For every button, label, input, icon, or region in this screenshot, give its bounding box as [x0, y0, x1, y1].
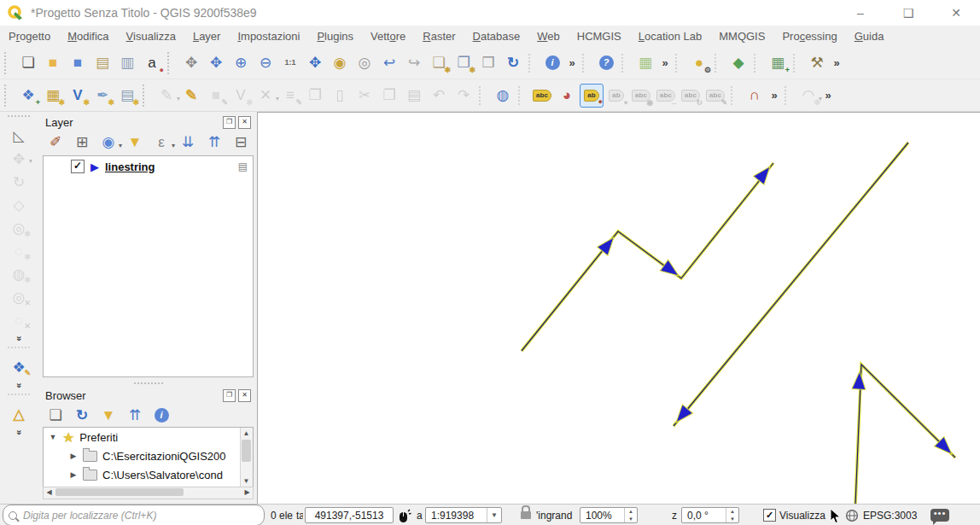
- zoom-last-icon[interactable]: ↩: [377, 51, 401, 75]
- save-layer-edits-icon[interactable]: ■✎: [204, 84, 228, 108]
- refresh-browser-icon[interactable]: ↻: [70, 404, 94, 428]
- crs-status[interactable]: EPSG:3003: [863, 505, 917, 525]
- refresh-map-icon[interactable]: ↻: [501, 51, 525, 75]
- fill-ring-icon[interactable]: ◍✱: [7, 263, 31, 285]
- search-input[interactable]: [21, 509, 259, 522]
- filter-expression-icon[interactable]: ε▾: [149, 131, 173, 155]
- browser-panel-float-button[interactable]: ❐: [223, 389, 236, 402]
- delete-ring-icon[interactable]: ◎✕: [7, 286, 31, 308]
- expand-all-icon[interactable]: ⇊: [176, 131, 200, 155]
- browser-horizontal-scrollbar[interactable]: ◀ ▶: [43, 487, 254, 499]
- highlight-pinned-labels-icon[interactable]: ab●: [604, 84, 628, 108]
- menu-modifica[interactable]: Modifica: [59, 26, 117, 47]
- layer-panel-close-button[interactable]: ✕: [238, 116, 251, 129]
- open-project-icon[interactable]: ■: [41, 51, 65, 75]
- new-spatial-bookmark-icon[interactable]: ❏✱: [427, 51, 451, 75]
- snapping-options-icon[interactable]: ∩: [743, 84, 767, 108]
- maximize-button[interactable]: ❑: [884, 0, 932, 26]
- zoom-native-icon[interactable]: 1:1: [278, 51, 302, 75]
- menu-vettore[interactable]: Vettore: [362, 26, 414, 47]
- copy-features-icon[interactable]: ❐: [377, 84, 401, 108]
- layout-manager-icon[interactable]: ▥: [115, 51, 139, 75]
- new-project-icon[interactable]: ❏: [16, 51, 40, 75]
- properties-icon[interactable]: i: [149, 404, 173, 428]
- data-source-manager-icon[interactable]: ❖+: [16, 84, 40, 108]
- browser-item[interactable]: ▶C:\Users\Salvatore\cond: [44, 465, 253, 484]
- redo-icon[interactable]: ↷: [452, 84, 475, 108]
- menu-location-lab[interactable]: Location Lab: [630, 26, 710, 47]
- paste-features-icon[interactable]: ▤: [402, 84, 426, 108]
- plugin-tools-icon[interactable]: ⚒: [805, 51, 829, 75]
- scale-combobox[interactable]: 1:919398 ▼: [425, 507, 502, 523]
- snapping-toolbar-overflow-button[interactable]: »: [767, 89, 781, 102]
- hcmgis-toolbar-overflow-button[interactable]: »: [658, 56, 672, 69]
- magnifier-spin-buttons[interactable]: ▲▼: [624, 508, 637, 522]
- menu-impostazioni[interactable]: Impostazioni: [229, 26, 308, 47]
- db-manager-icon[interactable]: ◍: [491, 84, 515, 108]
- show-spatial-bookmarks-icon[interactable]: ❐✱: [452, 51, 475, 75]
- add-table-icon[interactable]: ▦+: [766, 51, 790, 75]
- menu-layer[interactable]: Layer: [184, 26, 230, 47]
- delete-part-icon[interactable]: ◌✕: [7, 309, 31, 331]
- add-group-icon[interactable]: ⊞: [70, 131, 94, 155]
- expand-caret-icon[interactable]: ▼: [49, 433, 57, 441]
- menu-raster[interactable]: Raster: [414, 26, 464, 47]
- zoom-out-icon[interactable]: ⊖: [254, 51, 277, 75]
- hcmgis-basemap-icon[interactable]: ▦: [633, 51, 657, 75]
- scroll-right-button[interactable]: ▶: [242, 487, 253, 497]
- more-advanced-chevron[interactable]: »: [7, 426, 31, 438]
- scrollbar-thumb[interactable]: [55, 488, 184, 496]
- collapse-all-icon[interactable]: ⇈: [202, 131, 226, 155]
- new-temporary-scratch-layer-icon[interactable]: ▤✱: [115, 84, 139, 108]
- current-edits-icon[interactable]: ✎▾: [155, 84, 178, 108]
- open-layer-styling-icon[interactable]: ✐: [44, 131, 67, 155]
- vertex-editor-icon[interactable]: ❖✎: [7, 356, 31, 378]
- menu-visualizza[interactable]: Visualizza: [118, 26, 184, 47]
- menu-guida[interactable]: Guida: [846, 26, 893, 47]
- duplicate-features-icon[interactable]: ❐: [303, 84, 327, 108]
- browser-item[interactable]: ▼★Preferiti: [44, 428, 253, 446]
- messages-button[interactable]: •••: [930, 505, 949, 525]
- add-line-feature-icon[interactable]: V✱: [229, 84, 253, 108]
- rotate-label-icon[interactable]: abc↻: [679, 84, 703, 108]
- menu-processing[interactable]: Processing: [773, 26, 845, 47]
- manage-map-themes-icon[interactable]: ◉▾: [96, 131, 120, 155]
- more-vertex-chevron[interactable]: »: [7, 379, 31, 391]
- minimize-button[interactable]: –: [837, 0, 884, 26]
- geoprocessing-icon[interactable]: ●⚙: [687, 51, 711, 75]
- modify-attributes-icon[interactable]: ≡✎: [278, 84, 302, 108]
- pan-map-icon[interactable]: ✥: [179, 51, 203, 75]
- advanced-digitizing-icon[interactable]: △: [7, 403, 31, 425]
- magnifier-spinbox[interactable]: 100% ▲▼: [580, 507, 638, 523]
- remove-layer-icon[interactable]: ⊟: [229, 131, 253, 155]
- identify-features-icon[interactable]: i: [540, 51, 564, 75]
- close-button[interactable]: ✕: [932, 0, 980, 26]
- layer-visibility-checkbox[interactable]: ✓: [71, 160, 85, 173]
- rotation-spinbox[interactable]: 0,0 ° ▲▼: [681, 507, 739, 523]
- rotation-spin-buttons[interactable]: ▲▼: [726, 508, 738, 522]
- menu-hcmgis[interactable]: HCMGIS: [569, 26, 630, 47]
- browser-panel-close-button[interactable]: ✕: [238, 389, 251, 402]
- rotate-feature-icon[interactable]: ↻: [7, 171, 31, 193]
- new-print-layout-icon[interactable]: ▤: [90, 51, 114, 75]
- filter-browser-icon[interactable]: ▼: [96, 404, 120, 428]
- menu-mmqgis[interactable]: MMQGIS: [710, 26, 773, 47]
- layer-panel-float-button[interactable]: ❐: [223, 116, 236, 129]
- extents-mouse-icon[interactable]: [398, 505, 412, 525]
- new-spatialite-layer-icon[interactable]: ✒✱: [90, 84, 114, 108]
- expand-caret-icon[interactable]: ▶: [69, 470, 78, 479]
- layer-labeling-icon[interactable]: abc: [530, 84, 554, 108]
- new-shapefile-layer-icon[interactable]: V✱: [66, 84, 90, 108]
- more-digitizing-chevron[interactable]: »: [7, 332, 31, 344]
- pan-to-selection-icon[interactable]: ✥: [204, 51, 228, 75]
- menu-web[interactable]: Web: [528, 26, 569, 47]
- move-label-icon[interactable]: abc→: [654, 84, 678, 108]
- collapse-browser-icon[interactable]: ⇈: [123, 404, 147, 428]
- menu-database[interactable]: Database: [464, 26, 529, 47]
- save-project-icon[interactable]: ■: [66, 51, 90, 75]
- change-label-icon[interactable]: abc✎: [703, 84, 727, 108]
- scroll-left-button[interactable]: ◀: [44, 487, 55, 497]
- shape-toolbar-overflow-button[interactable]: »: [821, 89, 835, 102]
- add-part-icon[interactable]: ◌✱: [7, 240, 31, 262]
- scroll-up-button[interactable]: ▲: [241, 428, 252, 439]
